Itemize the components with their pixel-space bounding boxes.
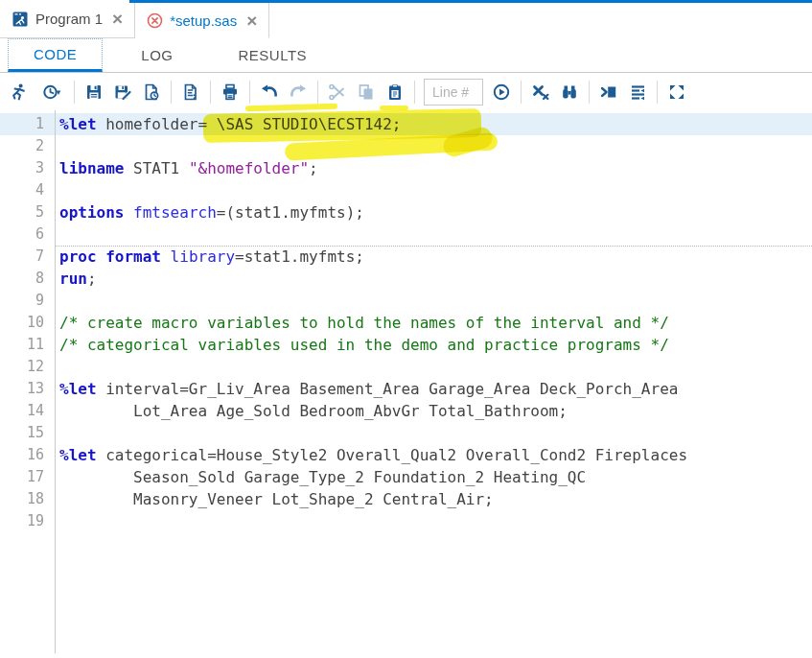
copy-button[interactable] xyxy=(352,78,381,106)
code-line-13[interactable]: 13%let interval=Gr_Liv_Area Basement_Are… xyxy=(0,378,812,400)
goto-line-button[interactable] xyxy=(487,78,516,106)
gutter-divider xyxy=(55,110,56,653)
code-line-text: Lot_Area Age_Sold Bedroom_AbvGr Total_Ba… xyxy=(44,400,568,422)
close-tab-icon[interactable]: × xyxy=(246,12,257,30)
go-interactive-button[interactable] xyxy=(594,78,623,106)
line-number: 10 xyxy=(0,312,44,334)
tab-setup-sas[interactable]: *setup.sas × xyxy=(135,0,269,38)
run-icon xyxy=(9,82,28,102)
save-as-icon xyxy=(113,82,132,102)
code-line-8[interactable]: 8run; xyxy=(0,268,812,290)
code-line-text: run; xyxy=(44,268,97,290)
tab-results[interactable]: RESULTS xyxy=(220,38,327,72)
save-button[interactable] xyxy=(80,78,108,106)
copy-icon xyxy=(357,82,376,102)
submission-history-button[interactable]: ▾ xyxy=(33,78,69,106)
format-page-button[interactable] xyxy=(176,78,205,106)
line-number: 8 xyxy=(0,268,44,290)
code-line-text: Season_Sold Garage_Type_2 Foundation_2 H… xyxy=(44,466,586,488)
code-line-text xyxy=(44,135,59,157)
tab-log[interactable]: LOG xyxy=(122,38,192,72)
code-line-7[interactable]: 7proc format library=stat1.myfmts; xyxy=(0,246,812,268)
line-number: 18 xyxy=(0,488,44,510)
code-line-text: proc format library=stat1.myfmts; xyxy=(44,246,364,268)
line-number: 9 xyxy=(0,290,44,312)
tidy-code-button[interactable] xyxy=(623,78,652,106)
code-line-15[interactable]: 15 xyxy=(0,422,812,444)
line-number: 6 xyxy=(0,223,44,246)
close-tab-icon[interactable]: × xyxy=(112,10,123,28)
cut-button[interactable] xyxy=(323,78,352,106)
toolbar-separator xyxy=(414,81,415,104)
error-icon xyxy=(147,12,163,29)
clear-all-code-button[interactable] xyxy=(526,78,555,106)
toolbar-separator xyxy=(249,81,250,104)
code-line-text: options fmtsearch=(stat1.myfmts); xyxy=(44,201,364,223)
code-line-5[interactable]: 5options fmtsearch=(stat1.myfmts); xyxy=(0,201,812,223)
code-line-text: %let interval=Gr_Liv_Area Basement_Area … xyxy=(44,378,678,400)
maximize-icon xyxy=(667,82,686,102)
go-circle-icon xyxy=(492,82,511,102)
tab-program-1[interactable]: Program 1 × xyxy=(0,0,135,38)
scissors-icon xyxy=(328,82,347,102)
binoculars-icon xyxy=(560,82,579,102)
code-line-6[interactable]: 6 xyxy=(0,223,812,246)
find-replace-button[interactable] xyxy=(555,78,584,106)
code-line-text: libname STAT1 "&homefolder"; xyxy=(44,157,318,179)
line-number: 4 xyxy=(0,179,44,201)
code-line-3[interactable]: 3libname STAT1 "&homefolder"; xyxy=(0,157,812,179)
code-line-12[interactable]: 12 xyxy=(0,356,812,378)
code-line-2[interactable]: 2 xyxy=(0,135,812,157)
toolbar-separator xyxy=(210,81,211,104)
run-button[interactable] xyxy=(4,78,33,106)
line-number: 3 xyxy=(0,157,44,179)
code-editor[interactable]: 1%let homefolder= \SAS STUDIO\ECST142;23… xyxy=(0,110,812,658)
line-number: 2 xyxy=(0,135,44,157)
line-number: 14 xyxy=(0,400,44,422)
code-line-text: Masonry_Veneer Lot_Shape_2 Central_Air; xyxy=(44,488,494,510)
code-line-1[interactable]: 1%let homefolder= \SAS STUDIO\ECST142; xyxy=(0,113,812,135)
line-number: 16 xyxy=(0,444,44,466)
code-line-text: %let categorical=House_Style2 Overall_Qu… xyxy=(44,444,687,466)
code-line-text xyxy=(44,290,59,312)
undo-button[interactable] xyxy=(255,78,284,106)
maximize-view-button[interactable] xyxy=(662,78,691,106)
code-line-4[interactable]: 4 xyxy=(0,179,812,201)
code-area: 1%let homefolder= \SAS STUDIO\ECST142;23… xyxy=(0,113,812,532)
goto-line-input[interactable] xyxy=(424,79,483,106)
tab-code[interactable]: CODE xyxy=(8,38,103,72)
code-line-18[interactable]: 18 Masonry_Veneer Lot_Shape_2 Central_Ai… xyxy=(0,488,812,510)
code-line-17[interactable]: 17 Season_Sold Garage_Type_2 Foundation_… xyxy=(0,466,812,488)
code-line-text xyxy=(44,179,59,201)
toolbar-separator xyxy=(589,81,590,104)
format-code-icon xyxy=(628,82,647,102)
line-number: 15 xyxy=(0,422,44,444)
program-history-button[interactable] xyxy=(137,78,166,106)
print-button[interactable] xyxy=(216,78,244,106)
tab-program-1-label: Program 1 xyxy=(35,11,103,27)
redo-button[interactable] xyxy=(284,78,313,106)
line-number: 5 xyxy=(0,201,44,223)
print-icon xyxy=(220,82,240,102)
code-line-14[interactable]: 14 Lot_Area Age_Sold Bedroom_AbvGr Total… xyxy=(0,400,812,422)
code-line-text xyxy=(44,223,59,246)
line-number: 17 xyxy=(0,466,44,488)
save-as-button[interactable] xyxy=(108,78,137,106)
code-line-19[interactable]: 19 xyxy=(0,510,812,532)
code-line-text: %let homefolder= \SAS STUDIO\ECST142; xyxy=(44,113,401,135)
code-line-10[interactable]: 10/* create macro variables to hold the … xyxy=(0,312,812,334)
save-icon xyxy=(84,82,104,102)
view-tabs: CODE LOG RESULTS xyxy=(0,38,812,73)
line-number: 12 xyxy=(0,356,44,378)
code-line-text: /* create macro variables to hold the na… xyxy=(44,312,669,334)
code-line-9[interactable]: 9 xyxy=(0,290,812,312)
sas-program-icon xyxy=(12,11,29,28)
page-history-icon xyxy=(142,82,161,102)
code-toolbar: ▾ xyxy=(0,73,812,110)
code-line-16[interactable]: 16%let categorical=House_Style2 Overall_… xyxy=(0,444,812,466)
paste-button[interactable] xyxy=(381,78,409,106)
line-number: 11 xyxy=(0,334,44,356)
document-tabstrip: Program 1 × *setup.sas × xyxy=(0,0,812,38)
code-line-11[interactable]: 11/* categorical variables used in the d… xyxy=(0,334,812,356)
chevron-down-icon: ▾ xyxy=(57,87,61,97)
